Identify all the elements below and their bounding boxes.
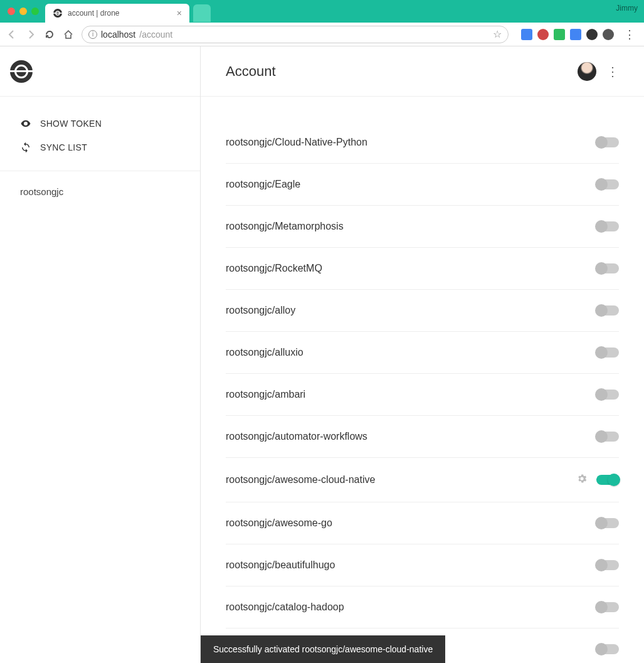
sidebar-user[interactable]: rootsongjc <box>0 171 200 212</box>
extension-icon[interactable] <box>603 29 614 40</box>
sidebar: SHOW TOKEN SYNC LIST rootsongjc <box>0 46 201 663</box>
repo-toggle[interactable] <box>596 263 619 273</box>
repo-name[interactable]: rootsongjc/alluxio <box>226 347 304 358</box>
browser-menu-button[interactable]: ⋮ <box>621 28 638 41</box>
extension-icon[interactable] <box>537 29 549 40</box>
repo-name[interactable]: rootsongjc/RocketMQ <box>226 263 322 274</box>
favicon-icon <box>53 8 63 18</box>
repo-toggle[interactable] <box>596 602 619 612</box>
repo-toggle[interactable] <box>596 179 619 189</box>
gear-icon[interactable] <box>576 473 588 487</box>
repo-row: rootsongjc/Metamorphosis <box>226 206 619 248</box>
repo-controls <box>596 518 619 528</box>
repo-name[interactable]: rootsongjc/awesome-go <box>226 517 332 529</box>
repo-list: rootsongjc/Cloud-Native-Pythonrootsongjc… <box>201 97 644 663</box>
browser-titlebar: account | drone × Jimmy <box>0 0 644 23</box>
repo-controls <box>596 305 619 316</box>
sidebar-item-label: SYNC LIST <box>40 142 87 152</box>
repo-controls <box>596 560 619 570</box>
reload-button[interactable] <box>44 29 55 40</box>
drone-logo-icon[interactable] <box>10 60 33 83</box>
bookmark-star-icon[interactable]: ☆ <box>493 28 502 40</box>
repo-controls <box>596 179 619 189</box>
repo-row: rootsongjc/awesome-cloud-native <box>226 458 619 502</box>
url-host: localhost <box>101 29 135 40</box>
repo-name[interactable]: rootsongjc/catalog-hadoop <box>226 602 344 613</box>
user-avatar[interactable] <box>578 62 596 81</box>
main-header: Account ⋮ <box>201 46 644 97</box>
repo-controls <box>596 432 619 442</box>
forward-button[interactable] <box>25 29 36 40</box>
repo-name[interactable]: rootsongjc/awesome-cloud-native <box>226 474 375 485</box>
tab-title: account | drone <box>68 9 172 18</box>
repo-name[interactable]: rootsongjc/beautifulhugo <box>226 560 335 571</box>
repo-toggle[interactable] <box>596 347 619 358</box>
repo-row: rootsongjc/beautifulhugo <box>226 544 619 586</box>
repo-controls <box>596 221 619 231</box>
repo-row: rootsongjc/RocketMQ <box>226 248 619 290</box>
logo-area <box>0 46 200 97</box>
repo-row: rootsongjc/alluxio <box>226 332 619 374</box>
window-controls <box>8 8 39 15</box>
repo-toggle[interactable] <box>596 137 619 147</box>
repo-controls <box>596 347 619 358</box>
repo-name[interactable]: rootsongjc/Metamorphosis <box>226 221 344 232</box>
repo-row: rootsongjc/awesome-go <box>226 502 619 544</box>
sidebar-item-show-token[interactable]: SHOW TOKEN <box>0 112 200 135</box>
browser-profile-name: Jimmy <box>616 4 638 13</box>
repo-toggle[interactable] <box>596 390 619 400</box>
eye-icon <box>20 118 31 129</box>
repo-name[interactable]: rootsongjc/alloy <box>226 305 295 316</box>
header-menu-button[interactable]: ⋮ <box>606 64 619 79</box>
back-button[interactable] <box>6 29 18 40</box>
url-bar[interactable]: i localhost/account ☆ <box>82 26 509 43</box>
repo-controls <box>596 137 619 147</box>
close-window-button[interactable] <box>8 8 15 15</box>
repo-row: rootsongjc/catalog-hadoop <box>226 586 619 629</box>
toast-message: Successfully activated rootsongjc/awesom… <box>213 644 433 654</box>
repo-row: rootsongjc/Cloud-Native-Python <box>226 122 619 164</box>
extension-icon[interactable] <box>586 29 598 40</box>
toast-notification: Successfully activated rootsongjc/awesom… <box>201 635 445 663</box>
browser-toolbar: i localhost/account ☆ ⋮ <box>0 23 644 46</box>
browser-tab-active[interactable]: account | drone × <box>45 4 189 23</box>
sidebar-item-sync-list[interactable]: SYNC LIST <box>0 135 200 159</box>
close-tab-button[interactable]: × <box>177 8 182 18</box>
new-tab-button[interactable] <box>193 4 211 22</box>
repo-controls <box>596 644 619 654</box>
repo-row: rootsongjc/Eagle <box>226 164 619 206</box>
page-title: Account <box>226 63 276 80</box>
extension-icon[interactable] <box>570 29 581 40</box>
repo-controls <box>596 390 619 400</box>
repo-toggle[interactable] <box>596 644 619 654</box>
sync-icon <box>20 142 31 153</box>
repo-name[interactable]: rootsongjc/Cloud-Native-Python <box>226 137 367 148</box>
home-button[interactable] <box>63 29 74 40</box>
repo-controls <box>596 602 619 612</box>
repo-row: rootsongjc/automator-workflows <box>226 416 619 458</box>
repo-toggle[interactable] <box>596 432 619 442</box>
minimize-window-button[interactable] <box>19 8 27 15</box>
repo-toggle[interactable] <box>596 560 619 570</box>
repo-name[interactable]: rootsongjc/Eagle <box>226 179 300 190</box>
site-info-icon[interactable]: i <box>88 30 97 39</box>
repo-row: rootsongjc/alloy <box>226 290 619 332</box>
repo-toggle[interactable] <box>596 221 619 231</box>
maximize-window-button[interactable] <box>31 8 39 15</box>
repo-toggle[interactable] <box>596 305 619 316</box>
sidebar-user-label: rootsongjc <box>20 186 63 197</box>
repo-controls <box>576 473 619 487</box>
repo-toggle[interactable] <box>596 475 619 485</box>
extension-icon[interactable] <box>521 29 532 40</box>
sidebar-item-label: SHOW TOKEN <box>40 119 102 129</box>
repo-toggle[interactable] <box>596 518 619 528</box>
extensions-tray <box>521 29 614 40</box>
repo-name[interactable]: rootsongjc/automator-workflows <box>226 431 367 442</box>
repo-name[interactable]: rootsongjc/ambari <box>226 389 305 400</box>
extension-icon[interactable] <box>554 29 565 40</box>
url-path: /account <box>139 29 172 40</box>
repo-row: rootsongjc/ambari <box>226 374 619 416</box>
repo-controls <box>596 263 619 273</box>
